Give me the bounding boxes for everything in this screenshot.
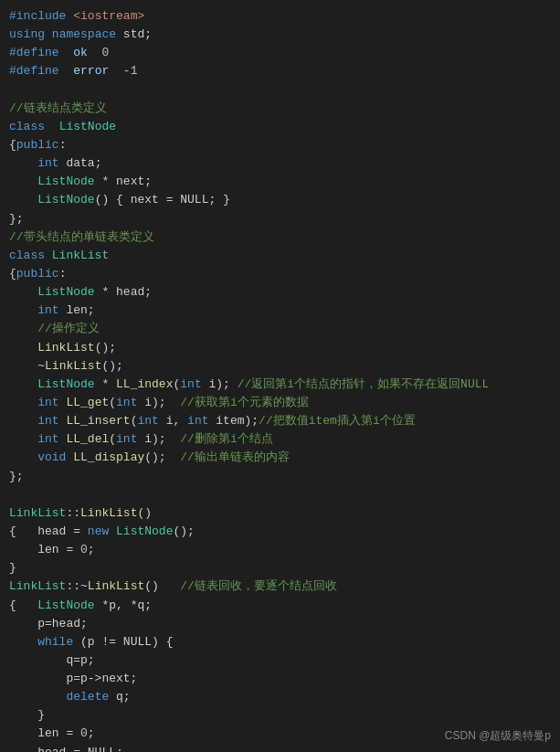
ll-del-paren: ( bbox=[109, 432, 116, 446]
comment-ll-insert: //把数值item插入第i个位置 bbox=[259, 414, 416, 428]
linklist-dtor-impl: LinkList bbox=[88, 579, 144, 593]
using-keyword: using bbox=[9, 27, 45, 41]
semicolon-2: ; bbox=[88, 726, 95, 740]
public-keyword-1: public bbox=[16, 138, 59, 152]
class-name-linklist: LinkList bbox=[45, 249, 109, 262]
next-member: * next; bbox=[95, 175, 152, 188]
line-36: q=p; bbox=[9, 651, 551, 670]
line-19: LinkList(); bbox=[9, 339, 551, 357]
ll-display-fn: LL_display bbox=[73, 450, 144, 464]
define-keyword-2: #define bbox=[9, 64, 59, 78]
define-name-error: error bbox=[66, 64, 109, 78]
len-assign: len = bbox=[9, 543, 80, 556]
len-member: len; bbox=[59, 303, 95, 317]
comment-ll-del: //删除第i个结点 bbox=[180, 432, 272, 446]
comment-ll-get: //获取第i个元素的数据 bbox=[180, 396, 308, 409]
line-21: ListNode * LL_index(int i); //返回第i个结点的指针… bbox=[9, 376, 551, 394]
define-keyword-1: #define bbox=[9, 46, 59, 59]
comment-linklist-def: //带头结点的单链表类定义 bbox=[9, 230, 154, 244]
code-container: #include <iostream> using namespace std;… bbox=[0, 0, 560, 752]
ll-index-fn: LL_index bbox=[116, 377, 173, 391]
pq-decl: *p, *q; bbox=[95, 598, 152, 612]
line-20: ~LinkList(); bbox=[9, 357, 551, 376]
int-keyword-9: int bbox=[37, 432, 58, 446]
line-18: //操作定义 bbox=[9, 320, 551, 338]
zero-1: 0 bbox=[80, 543, 88, 556]
ll-get-fn: LL_get bbox=[66, 396, 109, 409]
delete-q: q; bbox=[109, 690, 130, 704]
line-29: { head = new ListNode(); bbox=[9, 523, 551, 541]
line-22: int LL_get(int i); //获取第i个元素的数据 bbox=[9, 394, 551, 412]
int-keyword-5: int bbox=[116, 396, 137, 409]
line-8: {public: bbox=[9, 136, 551, 154]
line-38: delete q; bbox=[9, 688, 551, 706]
listnode-type-5: ListNode bbox=[37, 598, 94, 612]
line-39: } bbox=[9, 706, 551, 725]
constructor-body: () { next = NULL; } bbox=[95, 193, 230, 207]
line-10: ListNode * next; bbox=[9, 173, 551, 191]
line-27 bbox=[9, 486, 551, 504]
linklist-destructor-decl: LinkList bbox=[45, 359, 101, 373]
include-path: <iostream> bbox=[73, 9, 144, 23]
ll-insert-arg1: i, bbox=[159, 414, 187, 428]
class-name-listnode: ListNode bbox=[52, 120, 116, 133]
line-15: {public: bbox=[9, 265, 551, 283]
line-41: head = NULL; bbox=[9, 744, 551, 752]
q-assign-p: q=p; bbox=[9, 653, 95, 667]
line-2: using namespace std; bbox=[9, 26, 551, 44]
include-keyword: #include bbox=[9, 9, 66, 23]
int-keyword-8: int bbox=[187, 414, 208, 428]
line-33: { ListNode *p, *q; bbox=[9, 597, 551, 615]
int-keyword-7: int bbox=[137, 414, 158, 428]
linklist-ctor-impl: LinkList bbox=[80, 506, 137, 520]
int-keyword-4: int bbox=[37, 396, 58, 409]
line-3: #define ok 0 bbox=[9, 44, 551, 62]
line-23: int LL_insert(int i, int item);//把数值item… bbox=[9, 412, 551, 430]
data-member: data; bbox=[59, 156, 102, 170]
line-14: class LinkList bbox=[9, 247, 551, 265]
new-listnode bbox=[109, 524, 116, 538]
brace-open-2: { bbox=[9, 267, 16, 281]
new-listnode-parens: (); bbox=[173, 524, 194, 538]
ll-insert-arg2: item); bbox=[209, 414, 259, 428]
int-keyword-1: int bbox=[37, 156, 58, 170]
line-5 bbox=[9, 81, 551, 100]
ll-get-paren: ( bbox=[109, 396, 116, 409]
ll-del-fn: LL_del bbox=[66, 432, 109, 446]
int-keyword-10: int bbox=[116, 432, 137, 446]
listnode-type-1: ListNode bbox=[37, 175, 94, 188]
comment-ll-index: //返回第i个结点的指针，如果不存在返回NULL bbox=[238, 377, 490, 391]
line-34: p=head; bbox=[9, 615, 551, 633]
ll-index-sig: * bbox=[95, 377, 116, 391]
head-null: head = NULL; bbox=[9, 746, 123, 752]
line-24: int LL_del(int i); //删除第i个结点 bbox=[9, 430, 551, 449]
linklist-constructor-decl: LinkList bbox=[37, 341, 94, 355]
class-keyword-1: class bbox=[9, 120, 45, 133]
line-12: }; bbox=[9, 210, 551, 228]
zero-2: 0 bbox=[80, 726, 88, 740]
head-member: * head; bbox=[95, 285, 152, 299]
comment-ops: //操作定义 bbox=[37, 322, 100, 335]
dtor-impl-parens: () bbox=[144, 579, 180, 593]
constructor-decl-parens: (); bbox=[95, 341, 116, 355]
listnode-type-2: ListNode bbox=[37, 285, 94, 299]
listnode-type-3: ListNode bbox=[37, 377, 94, 391]
line-6: //链表结点类定义 bbox=[9, 100, 551, 118]
brace-open-1: { bbox=[9, 138, 16, 152]
comment-dtor: //链表回收，要逐个结点回收 bbox=[180, 579, 337, 593]
public-keyword-2: public bbox=[16, 267, 59, 281]
listnode-constructor: ListNode bbox=[37, 193, 94, 207]
ll-del-arg: i); bbox=[137, 432, 180, 446]
close-brace-3: } bbox=[9, 561, 16, 575]
linklist-scope-1: LinkList bbox=[9, 506, 66, 520]
while-cond-1: (p != NULL) { bbox=[73, 635, 173, 649]
line-26: }; bbox=[9, 468, 551, 486]
comment-ll-display: //输出单链表的内容 bbox=[180, 450, 290, 464]
delete-keyword: delete bbox=[66, 690, 109, 704]
int-keyword-6: int bbox=[37, 414, 58, 428]
ll-index-arg: i); bbox=[202, 377, 238, 391]
class-keyword-2: class bbox=[9, 249, 45, 262]
line-28: LinkList::LinkList() bbox=[9, 504, 551, 523]
close-brace-1: }; bbox=[9, 212, 24, 226]
scope-op-2: ::~ bbox=[66, 579, 87, 593]
